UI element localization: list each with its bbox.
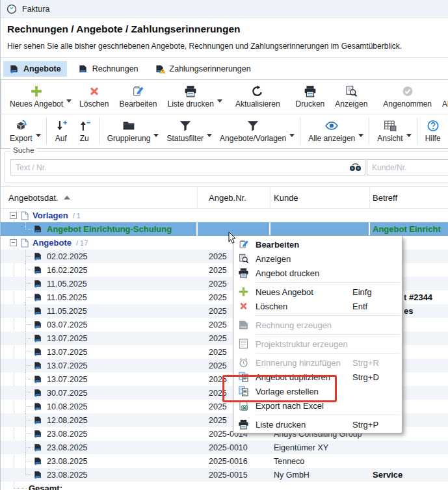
offer-doc-icon xyxy=(33,320,43,329)
toolbar-button-statusfilter[interactable]: Statusfilter xyxy=(161,114,209,148)
tree-expander-icon[interactable] xyxy=(10,239,17,246)
plus-icon xyxy=(30,85,43,97)
customer-cell: Eigentümer XY xyxy=(270,441,370,454)
table-row-vorlagen[interactable]: Vorlagen / 1 xyxy=(1,209,448,222)
divider xyxy=(1,57,448,58)
toolbar-button-auf[interactable]: Auf xyxy=(49,114,73,148)
toolbar-button-zu[interactable]: Zu xyxy=(73,114,96,148)
dropdown-arrow-icon[interactable] xyxy=(153,134,159,137)
offer-doc-icon xyxy=(33,402,43,411)
toolbar-button-export[interactable]: Export xyxy=(5,114,38,148)
column-header-angebotsdatum[interactable]: Angebotsdat. xyxy=(1,187,198,208)
toolbar-button-angenommen[interactable]: Angenommen xyxy=(378,80,437,114)
search-panel: Suche xyxy=(5,151,448,183)
eye-icon xyxy=(325,120,338,132)
menu-item-liste-drucken[interactable]: Liste drucken Strg+P xyxy=(233,417,402,432)
quote-number-cell: 2025-0015 xyxy=(198,468,270,482)
invoice-doc-icon xyxy=(78,64,88,73)
menu-item-angebot-drucken[interactable]: Angebot drucken xyxy=(233,266,402,280)
menu-shortcut: Einfg xyxy=(352,287,398,297)
offer-doc-icon xyxy=(33,252,43,261)
print-icon xyxy=(304,85,317,97)
print-icon xyxy=(184,85,197,97)
reminder-doc-icon xyxy=(155,64,166,73)
window-titlebar: Faktura xyxy=(1,0,448,18)
menu-item-erinnerung-hinzufügen[interactable]: Erinnerung hinzufügen Strg+R xyxy=(233,355,402,370)
tree-expander-icon[interactable] xyxy=(10,212,17,219)
offer-doc-icon xyxy=(33,279,43,288)
table-row-gesamt[interactable]: Gesamt: xyxy=(1,482,448,490)
window-title: Faktura xyxy=(22,5,49,14)
dropdown-arrow-icon[interactable] xyxy=(207,134,212,137)
customer-cell: Ny GmbH xyxy=(270,468,370,482)
toolbar-button-alle-anzeigen[interactable]: Alle anzeigen xyxy=(303,114,360,148)
menu-item-rechnung-erzeugen[interactable]: Rechnung erzeugen xyxy=(233,318,402,332)
dropdown-arrow-icon[interactable] xyxy=(66,99,72,103)
delete-icon xyxy=(238,301,249,311)
toolbar-button-angebote-vorlagen[interactable]: Angebote/Vorlagen xyxy=(215,114,291,148)
app-window: Faktura Rechnungen / Angebote / Zahlungs… xyxy=(0,0,448,490)
toolbar-button-abg[interactable]: Abg xyxy=(437,80,448,114)
offer-doc-icon xyxy=(33,471,43,479)
print-icon xyxy=(238,268,249,278)
menu-shortcut: Strg+R xyxy=(352,358,398,368)
toolbar-button-aktualisieren[interactable]: Aktualisieren xyxy=(230,80,285,114)
menu-item-löschen[interactable]: Löschen Entf xyxy=(233,299,402,313)
column-header-angebotsnummer[interactable]: Angeb.Nr. xyxy=(198,187,270,208)
context-menu: Bearbeiten Anzeigen Angebot drucken Neue… xyxy=(233,235,402,433)
dropdown-arrow-icon[interactable] xyxy=(406,134,412,137)
project-gray-icon xyxy=(238,339,249,349)
menu-item-anzeigen[interactable]: Anzeigen xyxy=(233,251,402,266)
toolbar-row-1: Neues Angebot Löschen Bearbeiten xyxy=(1,80,448,114)
table-row-23-08-2025[interactable]: 23.08.2025 2025-0015 Ny GmbH Service xyxy=(1,468,448,482)
print-icon xyxy=(238,419,249,430)
toolbar-button-anzeigen[interactable]: Anzeigen xyxy=(330,80,373,114)
tab-rechnungen[interactable]: Rechnungen xyxy=(72,61,144,77)
offer-doc-icon xyxy=(33,389,43,397)
toolbar-button-bearbeiten[interactable]: Bearbeiten xyxy=(114,80,162,114)
binoculars-icon[interactable] xyxy=(349,163,362,172)
export-icon xyxy=(14,120,27,132)
menu-item-bearbeiten[interactable]: Bearbeiten xyxy=(233,237,402,251)
toolbar-button-löschen[interactable]: Löschen xyxy=(74,80,114,114)
toolbar-button-gruppierung[interactable]: Gruppierung xyxy=(102,114,156,148)
menu-item-projektstruktur-erzeugen[interactable]: Projektstruktur erzeugen xyxy=(233,337,402,351)
menu-shortcut: Strg+D xyxy=(352,372,398,382)
page-subtitle: Hier sehen Sie alle bisher geschriebenen… xyxy=(7,42,402,51)
table-row-23-08-2025[interactable]: 23.08.2025 2025-0010 Eigentümer XY xyxy=(1,441,448,454)
page-title: Rechnungen / Angebote / Zahlungserinneru… xyxy=(7,23,241,35)
toolbar-separator xyxy=(369,118,369,145)
table-row-23-08-2025[interactable]: 23.08.2025 2025-0016 Tenneco xyxy=(1,454,448,468)
tab-angebote[interactable]: Angebote xyxy=(3,61,67,77)
column-header-kunde[interactable]: Kunde xyxy=(270,187,370,208)
toolbar-separator xyxy=(46,118,47,145)
column-header-betreff[interactable]: Betreff xyxy=(370,187,448,208)
toolbar-button-ansicht[interactable]: Ansicht xyxy=(372,114,408,148)
toolbar-button-hilfe[interactable]: Hilfe xyxy=(420,114,446,148)
toolbar-button-liste-drucken[interactable]: Liste drucken xyxy=(163,80,219,114)
invoice-gray-icon xyxy=(238,320,249,330)
toolbar-button-drucken[interactable]: Drucken xyxy=(291,80,330,114)
quote-number-cell xyxy=(198,209,270,222)
table-row-angebot-einrichtung-schulung[interactable]: Angebot Einrichtung-Schulung Angebot Ein… xyxy=(1,222,448,236)
dropdown-arrow-icon[interactable] xyxy=(36,134,41,137)
expand-icon xyxy=(55,120,68,132)
quote-number-cell xyxy=(198,482,270,490)
menu-item-neues-angebot[interactable]: Neues Angebot Einfg xyxy=(233,285,402,299)
dropdown-arrow-icon[interactable] xyxy=(217,99,222,103)
edit-icon xyxy=(238,239,249,250)
filter-icon xyxy=(179,120,192,132)
offer-doc-icon xyxy=(33,348,43,356)
toolbar-button-neues-angebot[interactable]: Neues Angebot xyxy=(5,80,68,114)
search-text-input[interactable] xyxy=(10,159,365,175)
search-customer-input[interactable] xyxy=(367,159,448,175)
clock-gray-icon xyxy=(238,357,249,368)
subject-cell xyxy=(370,209,448,222)
dropdown-arrow-icon[interactable] xyxy=(358,134,363,137)
doc-icon xyxy=(21,211,29,220)
quote-number-cell: 2025-0010 xyxy=(198,441,270,454)
tab-zahlungserinnerungen[interactable]: Zahlungserinnerungen xyxy=(150,61,257,77)
toolbar-separator xyxy=(99,118,99,145)
table-header: Angebotsdat. Angeb.Nr. Kunde Betreff xyxy=(1,187,448,209)
dropdown-arrow-icon[interactable] xyxy=(289,134,295,137)
